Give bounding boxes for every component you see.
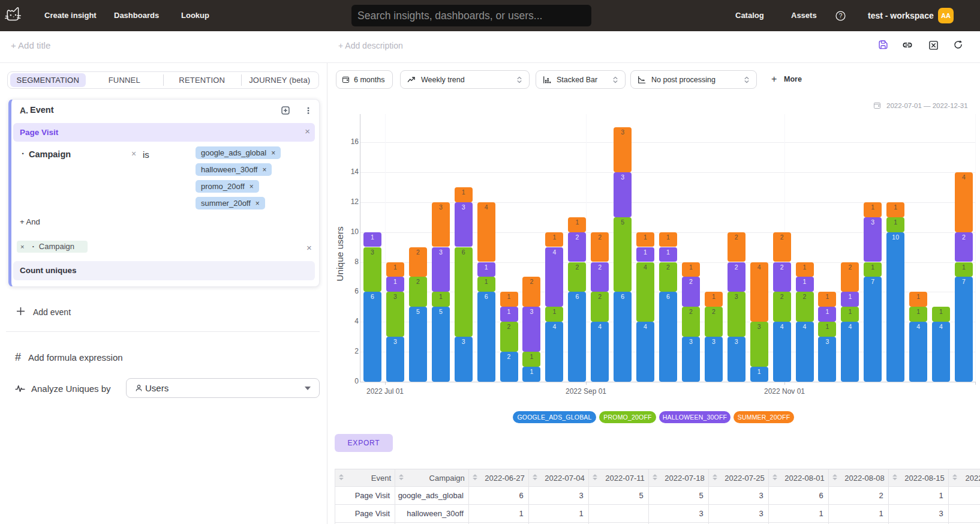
svg-text:?: ? (839, 12, 843, 19)
